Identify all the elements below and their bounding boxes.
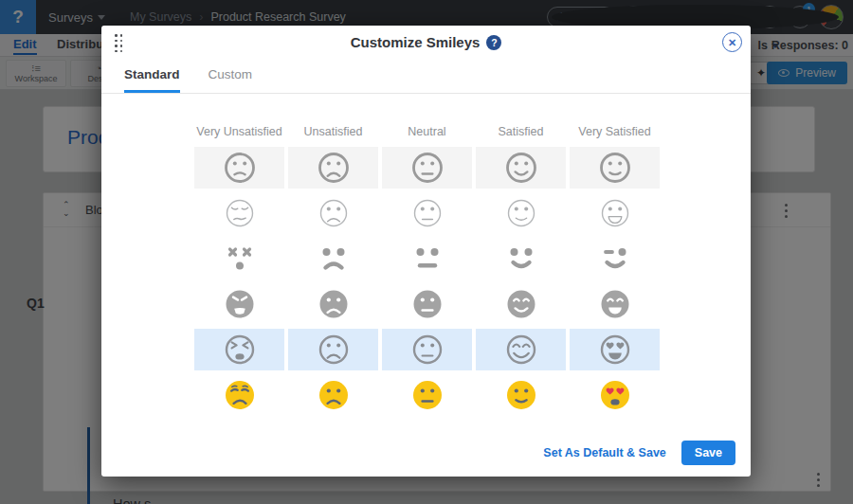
modal-titlebar: Customize Smileys ?	[101, 26, 751, 50]
set-emoji-very-satisfied-smiley-icon[interactable]	[570, 374, 660, 416]
smiley-row-set-thin[interactable]	[194, 192, 660, 234]
set-glyph-neutral-smiley-icon[interactable]	[382, 238, 472, 279]
set-emoji-satisfied-smiley-icon[interactable]	[476, 374, 566, 416]
smiley-row-set-glyph[interactable]	[194, 238, 660, 279]
column-header-very-satisfied: Very Satisfied	[570, 125, 660, 138]
modal-help-icon[interactable]: ?	[486, 35, 501, 50]
set-sketch-very-satisfied-smiley-icon[interactable]	[570, 329, 660, 370]
set-filled-neutral-smiley-icon[interactable]	[382, 283, 472, 325]
set-emoji-neutral-smiley-icon[interactable]	[382, 374, 472, 416]
modal-close-button[interactable]: ✕	[722, 32, 742, 52]
set-glyph-satisfied-smiley-icon[interactable]	[476, 238, 566, 279]
smiley-row-set-outline[interactable]	[194, 147, 660, 189]
save-button[interactable]: Save	[681, 441, 735, 465]
set-sketch-neutral-smiley-icon[interactable]	[382, 329, 472, 370]
set-thin-very-satisfied-smiley-icon[interactable]	[570, 192, 660, 234]
drag-handle-icon[interactable]	[115, 34, 123, 53]
smiley-grid	[194, 147, 660, 416]
column-header-very-unsatisfied: Very Unsatisfied	[194, 125, 284, 138]
modal-footer: Set As Default & Save Save	[543, 441, 735, 465]
set-outline-unsatisfied-smiley-icon[interactable]	[288, 147, 378, 189]
set-outline-very-unsatisfied-smiley-icon[interactable]	[194, 147, 284, 189]
set-glyph-very-satisfied-smiley-icon[interactable]	[570, 238, 660, 279]
column-header-neutral: Neutral	[382, 125, 472, 138]
set-default-save-link[interactable]: Set As Default & Save	[543, 446, 665, 459]
set-emoji-unsatisfied-smiley-icon[interactable]	[288, 374, 378, 416]
set-thin-satisfied-smiley-icon[interactable]	[476, 192, 566, 234]
smiley-column-headers: Very UnsatisfiedUnsatisfiedNeutralSatisf…	[194, 125, 660, 138]
tab-custom[interactable]: Custom	[209, 67, 253, 93]
set-filled-unsatisfied-smiley-icon[interactable]	[288, 283, 378, 325]
set-glyph-very-unsatisfied-smiley-icon[interactable]	[194, 238, 284, 279]
modal-title: Customize Smileys	[351, 34, 481, 50]
set-sketch-very-unsatisfied-smiley-icon[interactable]	[194, 329, 284, 370]
set-thin-very-unsatisfied-smiley-icon[interactable]	[194, 192, 284, 234]
set-filled-very-satisfied-smiley-icon[interactable]	[570, 283, 660, 325]
set-outline-neutral-smiley-icon[interactable]	[382, 147, 472, 189]
app-window: ? Surveys My Surveys › Product Research …	[0, 0, 853, 504]
set-outline-very-satisfied-smiley-icon[interactable]	[570, 147, 660, 189]
set-thin-neutral-smiley-icon[interactable]	[382, 192, 472, 234]
modal-tabs: Standard Custom	[101, 67, 751, 94]
column-header-satisfied: Satisfied	[476, 125, 566, 138]
customize-smileys-modal: Customize Smileys ? ✕ Standard Custom Ve…	[101, 26, 751, 477]
smiley-row-set-filled[interactable]	[194, 283, 660, 325]
set-filled-satisfied-smiley-icon[interactable]	[476, 283, 566, 325]
column-header-unsatisfied: Unsatisfied	[288, 125, 378, 138]
tab-standard[interactable]: Standard	[124, 67, 180, 93]
set-glyph-unsatisfied-smiley-icon[interactable]	[288, 238, 378, 279]
set-outline-satisfied-smiley-icon[interactable]	[476, 147, 566, 189]
set-emoji-very-unsatisfied-smiley-icon[interactable]	[194, 374, 284, 416]
set-sketch-unsatisfied-smiley-icon[interactable]	[288, 329, 378, 370]
smiley-row-set-emoji[interactable]	[194, 374, 660, 416]
set-thin-unsatisfied-smiley-icon[interactable]	[288, 192, 378, 234]
set-filled-very-unsatisfied-smiley-icon[interactable]	[194, 283, 284, 325]
set-sketch-satisfied-smiley-icon[interactable]	[476, 329, 566, 370]
smiley-row-set-sketch[interactable]	[194, 329, 660, 370]
